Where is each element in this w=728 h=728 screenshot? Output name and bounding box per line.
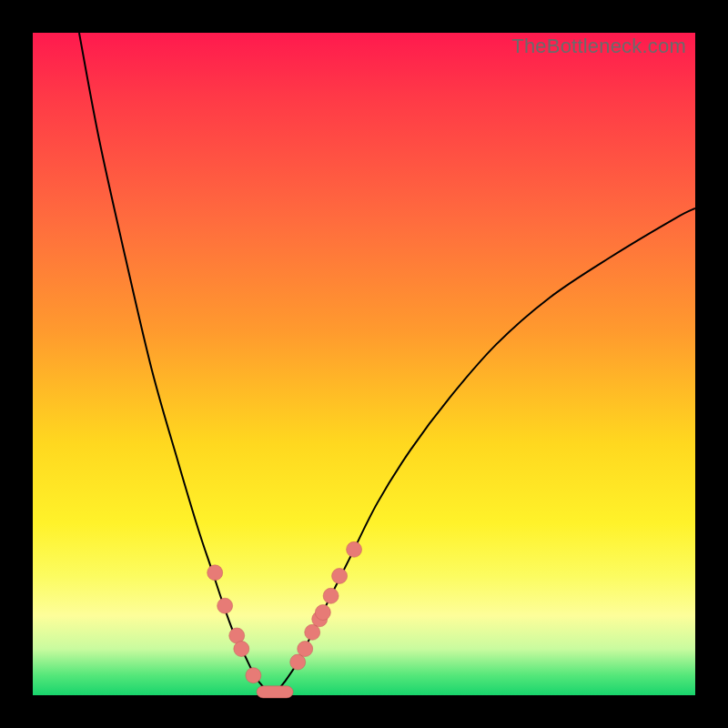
data-point: [305, 624, 320, 640]
data-point: [217, 598, 233, 613]
data-point: [323, 588, 339, 603]
data-point: [298, 642, 313, 657]
chart-svg: [33, 33, 695, 695]
data-point: [234, 642, 249, 657]
plot-area: TheBottleneck.com: [33, 33, 695, 695]
dots-right: [290, 541, 362, 670]
data-point: [207, 565, 223, 581]
chart-canvas: TheBottleneck.com: [0, 0, 728, 728]
data-point: [246, 668, 261, 683]
data-point: [315, 605, 330, 621]
data-point: [332, 568, 348, 583]
bottom-capsule: [257, 686, 293, 698]
curve-left: [79, 33, 273, 695]
curve-right: [273, 208, 695, 695]
data-point: [290, 654, 306, 670]
data-point: [347, 541, 362, 557]
